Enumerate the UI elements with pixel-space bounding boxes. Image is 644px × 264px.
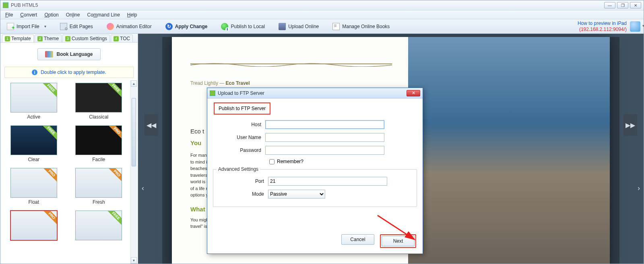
prev-page-button[interactable]: ◀◀ xyxy=(144,114,158,136)
refresh-icon xyxy=(165,23,173,30)
pro-badge: PRO xyxy=(107,125,122,141)
upload-online-button[interactable]: Upload Online xyxy=(275,22,322,31)
next-arrow[interactable]: › xyxy=(634,178,644,198)
scroll-thumb[interactable] xyxy=(132,98,136,166)
ftp-dialog: Upload to FTP Server ✕ Publish to FTP Se… xyxy=(207,88,423,254)
host-input[interactable] xyxy=(265,120,384,129)
free-badge: FREE xyxy=(105,83,122,99)
app-icon xyxy=(3,2,8,8)
template-item[interactable]: FREEActive xyxy=(4,83,63,120)
dialog-title: Upload to FTP Server xyxy=(218,90,407,96)
publish-local-button[interactable]: Publish to Local xyxy=(218,22,268,31)
advanced-legend: Advanced Settings xyxy=(217,166,260,172)
template-item[interactable]: PROFacile xyxy=(70,125,128,162)
scroll-up[interactable]: ▲ xyxy=(131,80,137,87)
edit-pages-icon xyxy=(60,23,67,30)
page-heading: Tread Lightly — Eco Travel xyxy=(190,74,392,88)
pro-badge: PRO xyxy=(107,168,122,183)
titlebar[interactable]: PUB HTML5 — ❐ ✕ xyxy=(0,0,644,10)
free-badge: FREE xyxy=(40,83,57,99)
tab-template[interactable]: 1Template xyxy=(2,35,34,42)
mode-select[interactable]: Passive xyxy=(268,190,325,199)
tab-theme[interactable]: 2Theme xyxy=(35,35,62,42)
template-item[interactable]: PRO xyxy=(4,211,63,242)
book-language-button[interactable]: Book Language xyxy=(37,48,100,60)
menu-option[interactable]: Option xyxy=(41,11,62,18)
hint-bar: iDouble click to apply template. xyxy=(4,67,134,78)
username-label: User Name xyxy=(213,135,265,140)
import-file-button[interactable]: Import File xyxy=(4,22,50,31)
host-label: Host xyxy=(213,122,265,127)
pro-badge: PRO xyxy=(42,211,57,226)
apply-change-button[interactable]: Apply Change xyxy=(162,22,211,31)
animation-editor-button[interactable]: Animation Editor xyxy=(103,22,155,31)
dialog-close-button[interactable]: ✕ xyxy=(407,90,420,96)
template-item[interactable]: FREEClassical xyxy=(70,83,128,120)
tab-custom-settings[interactable]: 3Custom Settings xyxy=(62,35,110,42)
scroll-down[interactable]: ▼ xyxy=(131,257,137,264)
template-item[interactable]: PROFresh xyxy=(70,168,128,205)
template-item[interactable]: FREEClear xyxy=(4,125,63,162)
toolbar: Import File Edit Pages Animation Editor … xyxy=(0,19,644,34)
user-avatar[interactable] xyxy=(630,21,640,32)
window-title: PUB HTML5 xyxy=(11,2,604,8)
maximize-button[interactable]: ❐ xyxy=(617,2,628,8)
close-button[interactable]: ✕ xyxy=(630,2,641,8)
edit-pages-button[interactable]: Edit Pages xyxy=(57,22,96,31)
advanced-fieldset: Advanced Settings Port ModePassive xyxy=(213,169,417,207)
menubar: File Convert Option Online Command Line … xyxy=(0,10,644,19)
animation-icon xyxy=(107,23,114,30)
import-icon xyxy=(7,23,14,30)
port-input[interactable] xyxy=(268,177,387,186)
pro-badge: PRO xyxy=(42,168,57,183)
prev-arrow[interactable]: ‹ xyxy=(138,178,148,198)
menu-command-line[interactable]: Command Line xyxy=(84,11,123,18)
panel-tabs: 1Template 2Theme 3Custom Settings 4TOC xyxy=(0,34,138,43)
free-badge: FREE xyxy=(40,125,57,141)
preview-link[interactable]: How to preview in iPad (192.168.2.112:90… xyxy=(578,20,627,32)
globe-icon xyxy=(221,23,228,30)
page-right xyxy=(408,37,610,264)
mode-label: Mode xyxy=(216,191,268,197)
left-panel: 1Template 2Theme 3Custom Settings 4TOC B… xyxy=(0,34,138,264)
app-icon xyxy=(210,90,215,96)
cancel-button[interactable]: Cancel xyxy=(341,234,374,245)
manage-books-button[interactable]: Manage Online Books xyxy=(329,22,393,31)
next-button[interactable]: Next xyxy=(382,236,415,246)
free-badge: FREE xyxy=(105,211,122,227)
next-button-highlight: Next xyxy=(380,234,416,248)
username-input[interactable] xyxy=(265,133,384,142)
language-icon xyxy=(45,51,53,57)
scrollbar[interactable]: ▲ ▼ xyxy=(130,80,137,264)
password-label: Password xyxy=(213,147,265,153)
minimize-button[interactable]: — xyxy=(604,2,615,8)
tab-toc[interactable]: 4TOC xyxy=(111,35,133,42)
template-grid: FREEActive FREEClassical FREEClear PROFa… xyxy=(4,83,128,242)
menu-file[interactable]: File xyxy=(2,11,16,18)
upload-icon xyxy=(279,23,286,30)
next-page-button[interactable]: ▶▶ xyxy=(623,114,637,136)
remember-checkbox[interactable] xyxy=(269,159,275,164)
template-item[interactable]: FREE xyxy=(70,211,128,242)
info-icon: i xyxy=(32,70,37,75)
menu-help[interactable]: Help xyxy=(124,11,140,18)
remember-label: Remember? xyxy=(277,159,303,164)
password-input[interactable] xyxy=(265,146,384,155)
menu-convert[interactable]: Convert xyxy=(17,11,40,18)
port-label: Port xyxy=(216,178,268,184)
menu-online[interactable]: Online xyxy=(63,11,83,18)
dialog-titlebar[interactable]: Upload to FTP Server ✕ xyxy=(207,88,423,98)
section-label: Publish to FTP Server xyxy=(214,102,270,115)
template-item[interactable]: PROFloat xyxy=(4,168,63,205)
manage-icon xyxy=(332,23,340,30)
